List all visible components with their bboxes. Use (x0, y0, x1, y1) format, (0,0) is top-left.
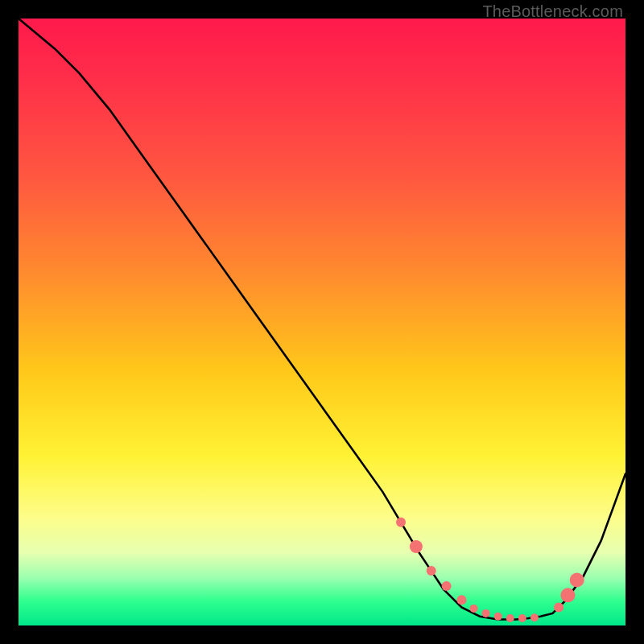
marker-point (494, 613, 502, 621)
marker-point (560, 588, 575, 602)
marker-point (410, 540, 423, 553)
marker-point (442, 581, 452, 591)
marker-group (396, 518, 584, 622)
marker-point (456, 595, 466, 605)
marker-point (506, 614, 514, 622)
marker-point (518, 614, 526, 622)
marker-point (482, 609, 490, 617)
marker-point (530, 613, 539, 621)
chart-frame: TheBottleneck.com (0, 0, 644, 644)
marker-point (396, 518, 406, 527)
marker-point (554, 602, 564, 612)
plot-area (19, 19, 625, 625)
marker-point (427, 566, 436, 576)
bottleneck-curve (19, 19, 625, 620)
chart-svg (19, 19, 625, 625)
marker-point (470, 605, 478, 613)
marker-point (570, 573, 584, 588)
